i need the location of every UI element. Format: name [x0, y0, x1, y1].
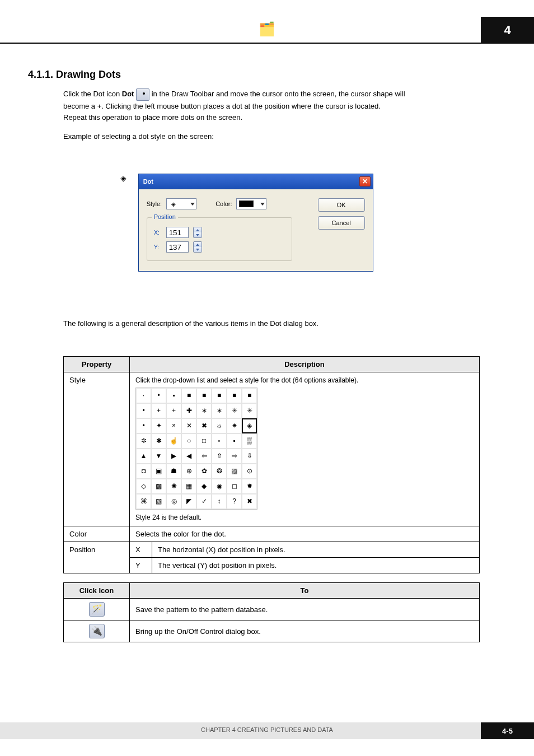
ok-button[interactable]: OK	[318, 198, 365, 212]
palette-cell[interactable]: ■	[212, 388, 227, 403]
palette-cell[interactable]: ✖	[196, 418, 212, 433]
palette-cell[interactable]: ✲	[136, 433, 151, 449]
palette-cell[interactable]: ■	[181, 388, 196, 403]
palette-cell[interactable]: ✦	[151, 418, 166, 433]
palette-cell[interactable]: ✷	[227, 418, 242, 433]
palette-cell[interactable]: ◤	[181, 494, 196, 509]
palette-cell[interactable]: ⊙	[242, 464, 257, 479]
style-dropdown[interactable]: ◈	[166, 198, 196, 209]
section-number: 4.1.1.	[28, 69, 53, 80]
palette-cell[interactable]: ▩	[151, 479, 166, 494]
palette-cell[interactable]: +	[166, 403, 181, 418]
style-label: Style:	[147, 200, 162, 207]
palette-cell[interactable]: ∗	[212, 403, 227, 418]
bullet-icon: ◈	[120, 174, 128, 183]
row-color-label: Color	[64, 526, 130, 542]
palette-cell[interactable]: ◻	[227, 479, 242, 494]
x-spinner[interactable]	[193, 227, 202, 238]
palette-cell[interactable]: ✳	[242, 403, 257, 418]
intro-line2: become a +. Clicking the left mouse butt…	[63, 102, 381, 110]
x-input[interactable]	[166, 227, 189, 238]
chapter-badge: 4	[481, 17, 534, 44]
palette-cell[interactable]: ❂	[212, 464, 227, 479]
palette-cell[interactable]: ⇧	[212, 449, 227, 464]
palette-cell[interactable]: ✱	[151, 433, 166, 449]
style-palette: ·•▪■■■■■•++✚∗∗✳✳•✦×✕✖☼✷◈✲✱☝○□▫▪▒▲▼▶◀⇦⇧⇨⇩…	[135, 388, 257, 510]
palette-cell[interactable]: •	[151, 388, 166, 403]
palette-cell[interactable]: ✿	[196, 464, 212, 479]
footer-band: CHAPTER 4 CREATING PICTURES AND DATA 4-5	[0, 722, 534, 739]
palette-cell[interactable]: ◎	[166, 494, 181, 509]
palette-cell[interactable]: ■	[196, 388, 212, 403]
icon-table: Click Icon To 🪄 Save the pattern to the …	[63, 582, 480, 642]
palette-cell[interactable]: ∗	[196, 403, 212, 418]
section-heading: 4.1.1. Drawing Dots	[28, 69, 121, 81]
palette-cell[interactable]: •	[136, 403, 151, 418]
palette-cell[interactable]: ✹	[242, 479, 257, 494]
palette-cell[interactable]: ▦	[181, 479, 196, 494]
palette-cell[interactable]: ⇨	[227, 449, 242, 464]
palette-cell[interactable]: ✚	[181, 403, 196, 418]
figure-block: ◈ Dot ✕ Style: ◈ Color: Po	[120, 174, 389, 272]
palette-cell[interactable]: ✕	[181, 418, 196, 433]
chevron-down-icon	[190, 203, 195, 206]
palette-cell[interactable]: +	[151, 403, 166, 418]
y-input[interactable]	[166, 241, 189, 253]
palette-cell[interactable]: ⊕	[181, 464, 196, 479]
palette-cell[interactable]: ×	[166, 418, 181, 433]
row-style-desc: Click the drop-down list and select a st…	[130, 372, 480, 526]
palette-cell[interactable]: ▪	[166, 388, 181, 403]
palette-cell[interactable]: ✳	[227, 403, 242, 418]
cancel-button[interactable]: Cancel	[318, 216, 365, 230]
palette-cell[interactable]: ✖	[242, 494, 257, 509]
palette-cell[interactable]: ◀	[181, 449, 196, 464]
palette-cell[interactable]: ⇦	[196, 449, 212, 464]
palette-cell[interactable]: ▼	[151, 449, 166, 464]
palette-cell[interactable]: ☝	[166, 433, 181, 449]
col-property: Property	[64, 357, 130, 372]
palette-cell[interactable]: ▪	[227, 433, 242, 449]
palette-cell[interactable]: ⇩	[242, 449, 257, 464]
color-dropdown[interactable]	[236, 198, 266, 209]
palette-cell[interactable]: □	[196, 433, 212, 449]
palette-cell[interactable]: ■	[227, 388, 242, 403]
x-label: X:	[154, 229, 162, 236]
row-style-label: Style	[64, 372, 130, 526]
row-x-desc: The horizontal (X) dot position in pixel…	[152, 542, 480, 557]
palette-cell[interactable]: ✺	[166, 479, 181, 494]
footer-text: CHAPTER 4 CREATING PICTURES AND DATA	[201, 726, 333, 733]
palette-cell[interactable]: ▣	[151, 464, 166, 479]
onoff-control-icon[interactable]: 🔌	[89, 624, 105, 638]
save-pattern-desc: Save the pattern to the pattern database…	[130, 599, 480, 620]
palette-cell[interactable]: ▫	[212, 433, 227, 449]
col-click-icon: Click Icon	[64, 583, 130, 599]
palette-cell[interactable]: ◈	[242, 418, 257, 433]
style-desc-line1: Click the drop-down list and select a st…	[135, 376, 474, 385]
dot-icon	[136, 88, 149, 101]
intro-prefix: Click the Dot icon	[63, 90, 122, 98]
palette-cell[interactable]: ·	[136, 388, 151, 403]
y-spinner[interactable]	[193, 241, 202, 253]
palette-cell[interactable]: ◇	[136, 479, 151, 494]
save-pattern-icon[interactable]: 🪄	[89, 602, 105, 617]
palette-cell[interactable]: ◘	[136, 464, 151, 479]
palette-cell[interactable]: ✓	[196, 494, 212, 509]
palette-cell[interactable]: ☗	[166, 464, 181, 479]
palette-cell[interactable]: ▒	[242, 433, 257, 449]
palette-cell[interactable]: ◉	[212, 479, 227, 494]
palette-cell[interactable]: ?	[227, 494, 242, 509]
palette-cell[interactable]: ■	[242, 388, 257, 403]
close-button[interactable]: ✕	[359, 176, 371, 186]
y-label: Y:	[154, 244, 162, 250]
palette-cell[interactable]: ▧	[151, 494, 166, 509]
palette-cell[interactable]: ☼	[212, 418, 227, 433]
palette-cell[interactable]: •	[136, 418, 151, 433]
palette-cell[interactable]: ▶	[166, 449, 181, 464]
palette-cell[interactable]: ↕	[212, 494, 227, 509]
palette-cell[interactable]: ▲	[136, 449, 151, 464]
palette-cell[interactable]: ▨	[227, 464, 242, 479]
palette-cell[interactable]: ○	[181, 433, 196, 449]
palette-cell[interactable]: ⌘	[136, 494, 151, 509]
palette-cell[interactable]: ◆	[196, 479, 212, 494]
intro-text: Click the Dot icon Dot in the Draw Toolb…	[63, 88, 481, 142]
